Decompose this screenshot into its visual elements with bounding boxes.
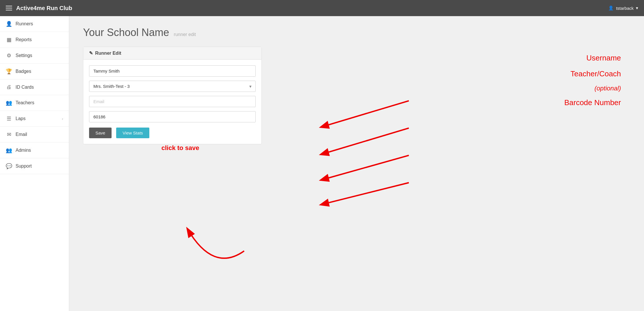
sidebar-item-support[interactable]: 💬 Support [0,158,69,174]
support-icon: 💬 [6,163,12,169]
sidebar-item-laps[interactable]: ☰ Laps ‹ [0,111,69,127]
sidebar-item-id-cards[interactable]: 🖨 ID Cards [0,79,69,95]
view-stats-button[interactable]: View Stats [116,128,149,138]
sidebar-item-reports[interactable]: ▦ Reports [0,32,69,48]
sidebar-item-teachers[interactable]: 👥 Teachers [0,95,69,111]
runners-icon: 👤 [6,21,12,27]
username-label: tstarback [616,6,634,11]
sidebar-label-badges: Badges [16,69,31,74]
barcode-input[interactable] [89,111,256,122]
page-subtitle: runner edit [174,32,196,37]
email-icon: ✉ [6,131,12,138]
card-header: ✎ Runner Edit [83,47,261,60]
sidebar-label-admins: Admins [16,148,31,153]
sidebar-item-badges[interactable]: 🏆 Badges [0,64,69,79]
hamburger-menu[interactable] [6,6,12,10]
badges-icon: 🏆 [6,68,12,75]
sidebar-label-settings: Settings [16,53,32,58]
app-title: Active4me Run Club [16,5,72,12]
page-header: Your School Name runner edit [83,26,630,39]
email-input[interactable] [89,96,256,107]
sidebar-label-email: Email [16,132,27,137]
teachers-icon: 👥 [6,100,12,106]
sidebar-item-admins[interactable]: 👥 Admins [0,143,69,158]
sidebar-label-runners: Runners [16,21,33,26]
user-dropdown-icon: ▾ [636,5,638,11]
teacher-select-wrap: Mrs. Smith-Test - 3 Mr. Jones - 1 Ms. Da… [89,81,256,92]
reports-icon: ▦ [6,37,12,43]
sidebar-label-teachers: Teachers [16,100,34,105]
sidebar-label-support: Support [16,164,32,169]
card-title: Runner Edit [95,51,121,56]
sidebar-item-email[interactable]: ✉ Email [0,127,69,143]
edit-icon: ✎ [89,50,93,56]
svg-line-3 [321,183,409,204]
sidebar-label-laps: Laps [16,116,26,121]
page-title: Your School Name [83,26,169,39]
sidebar: 👤 Runners ▦ Reports ⚙ Settings 🏆 Badges … [0,16,69,311]
button-row: Save View Stats [89,128,256,138]
sidebar-item-settings[interactable]: ⚙ Settings [0,48,69,64]
laps-icon: ☰ [6,115,12,122]
user-menu[interactable]: 👤 tstarback ▾ [608,5,638,11]
sidebar-item-runners[interactable]: 👤 Runners [0,16,69,32]
user-icon: 👤 [608,5,614,11]
save-button[interactable]: Save [89,128,112,138]
runner-edit-card: ✎ Runner Edit Mrs. Smith-Test - 3 Mr. Jo… [83,47,262,144]
runner-name-input[interactable] [89,65,256,77]
sidebar-label-reports: Reports [16,37,32,42]
id-cards-icon: 🖨 [6,84,12,90]
top-navigation: Active4me Run Club 👤 tstarback ▾ [0,0,644,16]
admins-icon: 👥 [6,147,12,153]
card-body: Mrs. Smith-Test - 3 Mr. Jones - 1 Ms. Da… [83,60,261,144]
sidebar-label-id-cards: ID Cards [16,85,34,90]
settings-icon: ⚙ [6,52,12,59]
teacher-select[interactable]: Mrs. Smith-Test - 3 Mr. Jones - 1 Ms. Da… [89,81,256,92]
laps-chevron-icon: ‹ [62,117,63,121]
svg-line-2 [321,156,409,180]
main-content: Your School Name runner edit ✎ Runner Ed… [69,16,644,155]
